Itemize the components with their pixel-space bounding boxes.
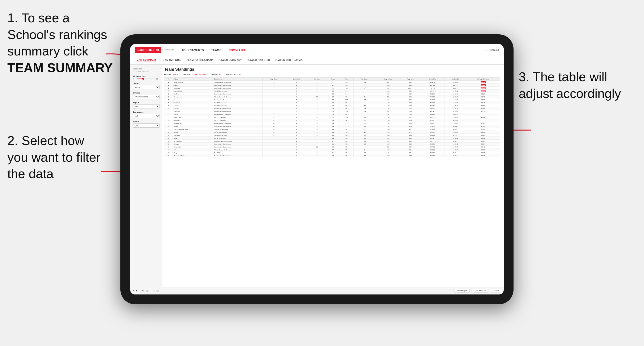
table-header-row: # School Conference Avg. Rank Conf Rank … — [164, 78, 500, 81]
subnav-player-h2h-heatmap[interactable]: PLAYER H2H HEATMAP — [275, 59, 304, 62]
cell-avg-rank: — — [262, 113, 285, 116]
toolbar-more[interactable]: … — [150, 290, 152, 292]
cell-rnds: 22 — [326, 110, 340, 113]
cell-wins: 276.3 — [340, 101, 354, 104]
cell-pts: 86.95 — [466, 137, 500, 140]
cell-pts: 81.27 — [466, 93, 500, 95]
conference-section: Conference (All) — [133, 111, 160, 118]
cell-rnds: 23 — [326, 104, 340, 107]
cell-vs25: 42-18-0 — [444, 81, 466, 84]
cell-avg-low: 271 — [400, 151, 421, 154]
cell-conf: Pac-12 Conference — [213, 151, 263, 154]
view-original-label: View: Original — [457, 290, 467, 292]
table-row: 11 Arkansas Southeastern Conference — 3 … — [164, 110, 500, 113]
cell-pts: 83.49 — [466, 101, 500, 104]
cell-no-tour: 9 — [308, 140, 326, 143]
subnav-player-h2h-grid[interactable]: PLAYER H2H GRID — [247, 59, 270, 62]
school-select[interactable]: (All) — [133, 123, 160, 128]
cell-avg-rank: — — [262, 125, 285, 128]
table-row: 3 Vanderbilt Southeastern Conference — 2… — [164, 87, 500, 90]
subnav-team-h2h-grid[interactable]: TEAM H2H GRID — [161, 59, 182, 62]
cell-adj-score: -6.2 — [353, 122, 376, 125]
cell-conf-rank: 5 — [285, 107, 308, 110]
cell-no-tour: 9 — [308, 151, 326, 154]
table-title: Team Standings — [164, 67, 500, 72]
cell-avg-rank: — — [262, 84, 285, 87]
toolbar-forward[interactable]: ▶ — [136, 290, 138, 292]
cell-vs25: 4-21-0 — [444, 154, 466, 157]
toolbar-back[interactable]: ◀ — [133, 290, 134, 292]
cell-avg-rank: — — [262, 93, 285, 95]
division-select[interactable]: NCAA Division I — [133, 95, 160, 99]
table-row: 24 Duke Atlantic Coast Conference — 5 9 … — [164, 149, 500, 151]
view-original-btn[interactable]: View: Original — [454, 289, 470, 293]
cell-school: New Mexico — [173, 140, 213, 143]
cell-rank: 26 — [164, 154, 173, 157]
cell-avg-par: 1.3 — [376, 146, 400, 149]
nav-teams[interactable]: TEAMS — [211, 49, 222, 51]
col-rnds: Rnds — [326, 78, 340, 81]
nav-committee[interactable]: COMMITTEE — [229, 49, 246, 51]
cell-overall: 86-25-1 — [421, 101, 444, 104]
subnav-team-summary[interactable]: TEAM SUMMARY — [135, 58, 156, 62]
slider-track[interactable] — [137, 79, 155, 79]
cell-rank: 1 — [164, 81, 173, 84]
col-overall: Overall Ra. — [421, 78, 444, 81]
cell-overall: 90-51-2 — [421, 149, 444, 151]
watch-btn[interactable]: 👁 Watch ▼ — [474, 289, 488, 293]
cell-pts: 88.94 — [466, 116, 500, 119]
cell-school: East Tennessee State — [173, 128, 213, 131]
cell-pts: 86.98 — [466, 149, 500, 151]
cell-rank: 17 — [164, 128, 173, 131]
cell-conf-rank: 7 — [285, 125, 308, 128]
col-rank: # — [164, 78, 173, 81]
gender-select[interactable]: Men's — [133, 85, 160, 89]
cell-avg-par: 1.85 — [376, 116, 400, 119]
cell-wins: 277.4 — [340, 122, 354, 125]
slider-thumb — [142, 78, 144, 80]
cell-rnds: 24 — [326, 113, 340, 116]
cell-rnds: 23 — [326, 101, 340, 104]
cell-rnds: 26 — [326, 90, 340, 93]
cell-conf: Southeastern Conference — [213, 110, 263, 113]
subnav-player-summary[interactable]: PLAYER SUMMARY — [218, 59, 242, 62]
cell-rnds: 271 — [326, 87, 340, 90]
share-btn[interactable]: ⇧ Share — [490, 289, 501, 293]
annotation-3: 3. The table will adjust accordingly — [519, 69, 637, 102]
annotation-2-text: 2. Select how you want to filter the dat… — [7, 134, 100, 181]
cell-conf: Atlantic Coast Conference — [213, 95, 263, 98]
toolbar-reload[interactable]: ↻ — [142, 290, 144, 292]
cell-adj-score: -3.8 — [353, 110, 376, 113]
cell-rnds: 23 — [326, 154, 340, 157]
col-pts: Vs Top 50 Points — [466, 78, 500, 81]
table-row: 1 North Carolina Atlantic Coast Conferen… — [164, 81, 500, 84]
col-no-tour: No Tour — [308, 78, 326, 81]
annotation-1: 1. To see a School's rankings summary cl… — [7, 10, 113, 76]
cell-conf: Southeastern Conference — [213, 84, 263, 87]
cell-rank: 4 — [164, 90, 173, 93]
cell-avg-low: 269 — [400, 137, 421, 140]
col-conf: Conference — [213, 78, 263, 81]
cell-overall: 60-39-2 — [421, 154, 444, 157]
annotation-3-text: 3. The table will adjust accordingly — [519, 70, 621, 101]
cell-avg-par: 0.97 — [376, 154, 400, 157]
nav-tournaments[interactable]: TOURNAMENTS — [182, 49, 204, 51]
cell-avg-par: 1.41 — [376, 140, 400, 143]
subnav-team-h2h-heatmap[interactable]: TEAM H2H HEATMAP — [186, 59, 213, 62]
cell-no-tour: 9 — [308, 149, 326, 151]
cell-overall: 117-4-0 — [421, 84, 444, 87]
cell-rnds: 24 — [326, 128, 340, 131]
cell-adj-score: -3.1 — [353, 151, 376, 154]
cell-pts: 88.27 — [466, 134, 500, 137]
region-select[interactable]: N/A — [133, 104, 160, 108]
table-row: 25 Oregon Pac-12 Conference — 7 9 21 279… — [164, 151, 500, 154]
toolbar-copy[interactable]: 📋 — [146, 290, 148, 292]
cell-rnds: 18 — [326, 93, 340, 95]
cell-vs25: 17-9-0 — [444, 113, 466, 116]
cell-school: Arizona State — [173, 90, 213, 93]
cell-rank: 15 — [164, 122, 173, 125]
cell-school: Arizona — [173, 104, 213, 107]
cell-avg-rank: — — [262, 151, 285, 154]
cell-overall: 95-29-2 — [421, 95, 444, 98]
conference-select[interactable]: (All) — [133, 114, 160, 118]
